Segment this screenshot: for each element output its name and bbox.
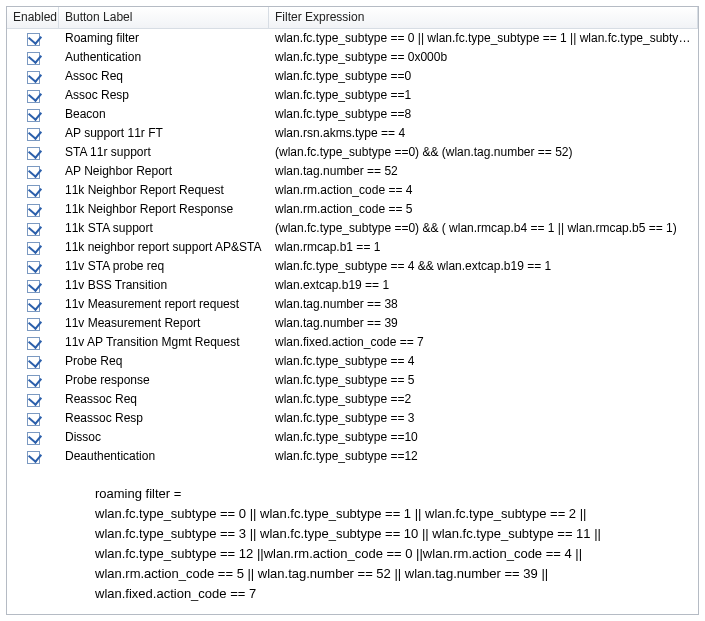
table-row[interactable]: Reassoc Respwlan.fc.type_subtype == 3 bbox=[7, 409, 698, 428]
enabled-checkbox[interactable] bbox=[27, 318, 40, 331]
cell-button-label: 11v BSS Transition bbox=[59, 276, 269, 295]
cell-filter-expression: wlan.fc.type_subtype == 3 bbox=[269, 409, 698, 428]
enabled-checkbox[interactable] bbox=[27, 337, 40, 350]
cell-button-label: Probe Req bbox=[59, 352, 269, 371]
enabled-checkbox[interactable] bbox=[27, 451, 40, 464]
enabled-checkbox[interactable] bbox=[27, 242, 40, 255]
column-header-label[interactable]: Button Label bbox=[59, 7, 269, 28]
cell-button-label: STA 11r support bbox=[59, 143, 269, 162]
cell-button-label: Authentication bbox=[59, 48, 269, 67]
cell-button-label: AP Neighbor Report bbox=[59, 162, 269, 181]
cell-enabled bbox=[7, 48, 59, 67]
cell-button-label: Assoc Resp bbox=[59, 86, 269, 105]
enabled-checkbox[interactable] bbox=[27, 147, 40, 160]
cell-filter-expression: wlan.fc.type_subtype == 4 bbox=[269, 352, 698, 371]
cell-button-label: 11v Measurement Report bbox=[59, 314, 269, 333]
notes-line: wlan.fc.type_subtype == 3 || wlan.fc.typ… bbox=[95, 524, 688, 544]
column-header-enabled[interactable]: Enabled bbox=[7, 7, 59, 28]
cell-filter-expression: wlan.fc.type_subtype == 0x000b bbox=[269, 48, 698, 67]
cell-enabled bbox=[7, 86, 59, 105]
cell-filter-expression: wlan.rm.action_code == 5 bbox=[269, 200, 698, 219]
filter-rows-container: Roaming filterwlan.fc.type_subtype == 0 … bbox=[7, 29, 698, 466]
cell-filter-expression: wlan.fc.type_subtype ==2 bbox=[269, 390, 698, 409]
enabled-checkbox[interactable] bbox=[27, 166, 40, 179]
table-row[interactable]: 11k neighbor report support AP&STAwlan.r… bbox=[7, 238, 698, 257]
table-row[interactable]: Assoc Reqwlan.fc.type_subtype ==0 bbox=[7, 67, 698, 86]
enabled-checkbox[interactable] bbox=[27, 52, 40, 65]
enabled-checkbox[interactable] bbox=[27, 185, 40, 198]
cell-button-label: 11k neighbor report support AP&STA bbox=[59, 238, 269, 257]
table-row[interactable]: AP support 11r FTwlan.rsn.akms.type == 4 bbox=[7, 124, 698, 143]
enabled-checkbox[interactable] bbox=[27, 356, 40, 369]
cell-filter-expression: wlan.fixed.action_code == 7 bbox=[269, 333, 698, 352]
cell-enabled bbox=[7, 409, 59, 428]
enabled-checkbox[interactable] bbox=[27, 394, 40, 407]
column-header-filter[interactable]: Filter Expression bbox=[269, 7, 698, 28]
table-row[interactable]: 11v AP Transition Mgmt Requestwlan.fixed… bbox=[7, 333, 698, 352]
cell-filter-expression: wlan.rsn.akms.type == 4 bbox=[269, 124, 698, 143]
cell-button-label: Deauthentication bbox=[59, 447, 269, 466]
cell-enabled bbox=[7, 428, 59, 447]
table-row[interactable]: Probe responsewlan.fc.type_subtype == 5 bbox=[7, 371, 698, 390]
table-row[interactable]: Reassoc Reqwlan.fc.type_subtype ==2 bbox=[7, 390, 698, 409]
cell-enabled bbox=[7, 333, 59, 352]
cell-enabled bbox=[7, 314, 59, 333]
enabled-checkbox[interactable] bbox=[27, 90, 40, 103]
cell-enabled bbox=[7, 105, 59, 124]
enabled-checkbox[interactable] bbox=[27, 299, 40, 312]
table-row[interactable]: Probe Reqwlan.fc.type_subtype == 4 bbox=[7, 352, 698, 371]
cell-enabled bbox=[7, 447, 59, 466]
cell-enabled bbox=[7, 238, 59, 257]
cell-button-label: Assoc Req bbox=[59, 67, 269, 86]
cell-button-label: Reassoc Req bbox=[59, 390, 269, 409]
cell-button-label: 11k STA support bbox=[59, 219, 269, 238]
column-header-row: Enabled Button Label Filter Expression bbox=[7, 7, 698, 29]
cell-enabled bbox=[7, 276, 59, 295]
cell-filter-expression: wlan.fc.type_subtype ==1 bbox=[269, 86, 698, 105]
table-row[interactable]: STA 11r support(wlan.fc.type_subtype ==0… bbox=[7, 143, 698, 162]
enabled-checkbox[interactable] bbox=[27, 413, 40, 426]
table-row[interactable]: AP Neighbor Reportwlan.tag.number == 52 bbox=[7, 162, 698, 181]
enabled-checkbox[interactable] bbox=[27, 128, 40, 141]
table-row[interactable]: Deauthenticationwlan.fc.type_subtype ==1… bbox=[7, 447, 698, 466]
cell-enabled bbox=[7, 371, 59, 390]
enabled-checkbox[interactable] bbox=[27, 375, 40, 388]
notes-line: roaming filter = bbox=[95, 484, 688, 504]
enabled-checkbox[interactable] bbox=[27, 261, 40, 274]
cell-button-label: Dissoc bbox=[59, 428, 269, 447]
cell-enabled bbox=[7, 200, 59, 219]
cell-enabled bbox=[7, 124, 59, 143]
cell-filter-expression: wlan.fc.type_subtype ==10 bbox=[269, 428, 698, 447]
cell-filter-expression: wlan.fc.type_subtype ==12 bbox=[269, 447, 698, 466]
table-row[interactable]: Beaconwlan.fc.type_subtype ==8 bbox=[7, 105, 698, 124]
enabled-checkbox[interactable] bbox=[27, 432, 40, 445]
filter-buttons-panel: Enabled Button Label Filter Expression R… bbox=[6, 6, 699, 615]
notes-line: wlan.fc.type_subtype == 0 || wlan.fc.typ… bbox=[95, 504, 688, 524]
table-row[interactable]: Assoc Respwlan.fc.type_subtype ==1 bbox=[7, 86, 698, 105]
cell-enabled bbox=[7, 181, 59, 200]
enabled-checkbox[interactable] bbox=[27, 109, 40, 122]
table-row[interactable]: 11v Measurement Reportwlan.tag.number ==… bbox=[7, 314, 698, 333]
cell-filter-expression: wlan.tag.number == 52 bbox=[269, 162, 698, 181]
table-row[interactable]: 11k Neighbor Report Responsewlan.rm.acti… bbox=[7, 200, 698, 219]
cell-button-label: 11k Neighbor Report Request bbox=[59, 181, 269, 200]
enabled-checkbox[interactable] bbox=[27, 71, 40, 84]
enabled-checkbox[interactable] bbox=[27, 223, 40, 236]
cell-button-label: Reassoc Resp bbox=[59, 409, 269, 428]
table-row[interactable]: 11k Neighbor Report Requestwlan.rm.actio… bbox=[7, 181, 698, 200]
notes-area: roaming filter =wlan.fc.type_subtype == … bbox=[7, 466, 698, 614]
table-row[interactable]: 11k STA support(wlan.fc.type_subtype ==0… bbox=[7, 219, 698, 238]
table-row[interactable]: 11v Measurement report requestwlan.tag.n… bbox=[7, 295, 698, 314]
cell-button-label: 11v STA probe req bbox=[59, 257, 269, 276]
enabled-checkbox[interactable] bbox=[27, 33, 40, 46]
enabled-checkbox[interactable] bbox=[27, 280, 40, 293]
enabled-checkbox[interactable] bbox=[27, 204, 40, 217]
cell-filter-expression: wlan.fc.type_subtype == 4 && wlan.extcap… bbox=[269, 257, 698, 276]
table-row[interactable]: Authenticationwlan.fc.type_subtype == 0x… bbox=[7, 48, 698, 67]
cell-enabled bbox=[7, 143, 59, 162]
cell-filter-expression: wlan.fc.type_subtype ==8 bbox=[269, 105, 698, 124]
table-row[interactable]: 11v BSS Transitionwlan.extcap.b19 == 1 bbox=[7, 276, 698, 295]
table-row[interactable]: Dissocwlan.fc.type_subtype ==10 bbox=[7, 428, 698, 447]
table-row[interactable]: 11v STA probe reqwlan.fc.type_subtype ==… bbox=[7, 257, 698, 276]
table-row[interactable]: Roaming filterwlan.fc.type_subtype == 0 … bbox=[7, 29, 698, 48]
